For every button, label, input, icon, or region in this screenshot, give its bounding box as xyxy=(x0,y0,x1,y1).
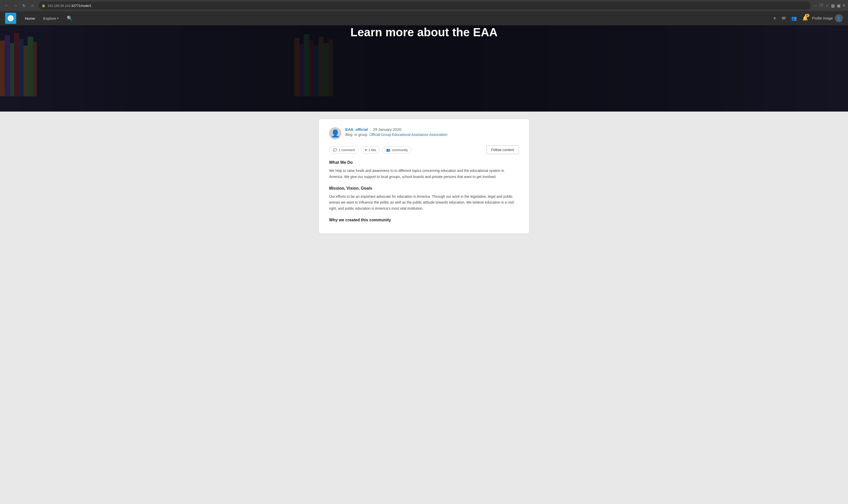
back-button[interactable]: ← xyxy=(3,2,10,9)
address-bar[interactable]: 🔒 192.168.99.101:32771/node/1 xyxy=(38,1,811,10)
notification-badge: 25 xyxy=(805,14,810,17)
nav-actions: + ✉ 👥 🔔 25 Profile image 👤 xyxy=(772,14,843,23)
browser-menu-icon[interactable]: ⋯ xyxy=(813,3,817,8)
bookmarks-icon[interactable]: ≡ xyxy=(843,3,845,8)
post-avatar: 👤 xyxy=(329,127,341,140)
section2-title: Mission, Vision, Goals xyxy=(329,186,519,191)
svg-point-0 xyxy=(10,18,12,19)
post-author-name[interactable]: EAA_official xyxy=(345,127,368,131)
star-icon[interactable]: ☆ xyxy=(826,3,829,8)
post-date: 29 January 2020 xyxy=(373,127,401,131)
section2-text: Our efforts to be an important advocate … xyxy=(329,194,519,212)
comment-icon: 💬 xyxy=(333,148,337,152)
like-icon: ♥ xyxy=(365,148,367,152)
hero-title: Learn more about the EAA xyxy=(0,25,848,39)
reload-button[interactable]: ↻ xyxy=(20,2,28,9)
community-label: community xyxy=(392,148,408,152)
action-tags: 💬 1 comment ♥ 1 like 👥 community Follow … xyxy=(329,145,519,154)
forward-button[interactable]: → xyxy=(12,2,19,9)
browser-nav-buttons: ← → ↻ ⌂ xyxy=(3,2,36,9)
post-author-line: EAA_official · 29 January 2020 xyxy=(345,127,519,131)
address-ip: 192.168.99.101:32771/node/1 xyxy=(48,4,92,7)
app-logo-icon xyxy=(7,15,14,22)
section1-text: We help to raise funds and awareness to … xyxy=(329,168,519,180)
post-header: 👤 EAA_official · 29 January 2020 Blog in… xyxy=(329,127,519,140)
lock-icon: 🔒 xyxy=(41,4,46,7)
nav-explore[interactable]: Explore ▾ xyxy=(39,14,62,22)
hero-banner: Learn more about the EAA xyxy=(0,25,848,111)
people-button[interactable]: 👥 xyxy=(790,14,798,22)
community-tag[interactable]: 👥 community xyxy=(382,146,412,154)
profile-avatar-nav: 👤 xyxy=(835,14,843,22)
app-logo[interactable] xyxy=(5,13,16,24)
extensions-icon[interactable]: ▦ xyxy=(831,3,835,8)
home-button[interactable]: ⌂ xyxy=(29,2,36,9)
like-tag[interactable]: ♥ 1 like xyxy=(361,146,380,154)
community-icon: 👥 xyxy=(386,148,390,152)
search-button[interactable]: 🔍 xyxy=(63,14,76,23)
post-group-prep: in group xyxy=(354,132,367,137)
follow-content-button[interactable]: Follow content xyxy=(486,145,519,154)
messages-button[interactable]: ✉ xyxy=(780,14,787,22)
notifications-button[interactable]: 🔔 25 xyxy=(801,14,810,22)
post-group-link[interactable]: Official Group Educational Assistance As… xyxy=(369,132,447,137)
like-label: 1 like xyxy=(368,148,376,152)
post-type: Blog xyxy=(345,132,352,137)
profile-area[interactable]: Profile image 👤 xyxy=(812,14,843,22)
main-content: 👤 EAA_official · 29 January 2020 Blog in… xyxy=(315,111,533,241)
post-type-line: Blog in group Official Group Educational… xyxy=(345,132,519,137)
create-button[interactable]: + xyxy=(772,14,778,23)
comment-label: 1 comment xyxy=(339,148,355,152)
section1-title: What We Do xyxy=(329,160,519,165)
nav-links: Home Explore ▾ 🔍 xyxy=(21,14,767,23)
post-avatar-icon: 👤 xyxy=(331,129,340,138)
browser-toolbar-right: ⋯ 🛡 ☆ ▦ ▣ ≡ xyxy=(813,3,845,8)
shield-icon[interactable]: 🛡 xyxy=(819,3,824,8)
tabs-icon[interactable]: ▣ xyxy=(837,3,841,8)
browser-chrome: ← → ↻ ⌂ 🔒 192.168.99.101:32771/node/1 ⋯ … xyxy=(0,0,848,11)
content-card: 👤 EAA_official · 29 January 2020 Blog in… xyxy=(319,119,529,234)
comment-tag[interactable]: 💬 1 comment xyxy=(329,146,359,154)
app-navbar: Home Explore ▾ 🔍 + ✉ 👥 🔔 25 Profile imag… xyxy=(0,11,848,25)
post-meta: EAA_official · 29 January 2020 Blog in g… xyxy=(345,127,519,137)
profile-label: Profile image xyxy=(812,16,833,20)
post-separator: · xyxy=(370,127,371,131)
nav-home[interactable]: Home xyxy=(21,14,38,22)
section3-title: Why we created this community xyxy=(329,218,519,222)
